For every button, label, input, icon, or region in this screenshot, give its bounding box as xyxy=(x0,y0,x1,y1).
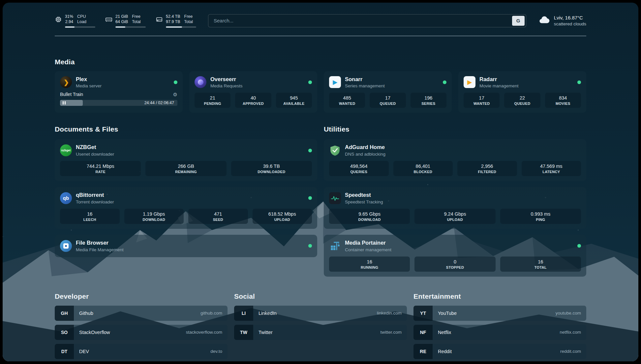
weather-widget: Lviv, 16.87°C scattered clouds xyxy=(538,14,586,27)
section-title-media: Media xyxy=(55,58,586,66)
bookmark-youtube[interactable]: YT YouTube youtube.com xyxy=(413,306,586,321)
nzbget-card[interactable]: nzbget NZBGet Usenet downloader 744.21 M… xyxy=(55,139,317,181)
stat-queries: 498,564QUERIES xyxy=(329,161,389,176)
stat-upload: 9.24 GbpsUPLOAD xyxy=(414,209,495,224)
qbittorrent-card[interactable]: qb qBittorrent Torrent downloader 16LEEC… xyxy=(55,187,317,229)
cpu-widget: 31% 2.94 CPU Load xyxy=(55,14,95,28)
stat-blocked: 86,401BLOCKED xyxy=(393,161,453,176)
speedtest-card[interactable]: Speedtest Speedtest Tracking 9.65 GbpsDO… xyxy=(324,187,586,229)
radarr-icon: ▶ xyxy=(464,76,475,88)
bookmark-reddit[interactable]: RE Reddit reddit.com xyxy=(413,344,586,359)
stat-upload: 618.52 MbpsUPLOAD xyxy=(253,209,312,224)
stat-latency: 47.569 msLATENCY xyxy=(522,161,581,176)
search-provider-button[interactable]: G xyxy=(512,16,525,26)
stat-wanted: 485WANTED xyxy=(329,93,365,108)
disk-label-2: Total xyxy=(184,19,193,24)
status-dot xyxy=(443,80,446,84)
service-name: AdGuard Home xyxy=(345,144,385,151)
plex-card[interactable]: ❯ Plex Media server Bullet Train ⚙ xyxy=(55,71,183,113)
disk-widget: 52.4 TB 97.9 TB Free Total xyxy=(156,14,196,28)
header-divider xyxy=(55,36,586,36)
filebrowser-icon xyxy=(60,240,72,252)
memory-label-2: Total xyxy=(132,19,140,24)
bookmark-github[interactable]: GH Github github.com xyxy=(55,306,228,321)
status-dot xyxy=(308,244,312,248)
now-playing-title: Bullet Train xyxy=(60,92,83,97)
dashboard-window: 31% 2.94 CPU Load xyxy=(3,3,638,361)
bookmark-url: twitter.com xyxy=(380,330,402,335)
section-social: Social LI LinkedIn linkedin.com TW Twitt… xyxy=(234,292,407,361)
gear-icon[interactable]: ⚙ xyxy=(173,92,177,97)
bookmark-url: stackoverflow.com xyxy=(186,330,222,335)
status-dot xyxy=(308,196,312,200)
bookmark-dev[interactable]: DT DEV dev.to xyxy=(55,344,228,359)
bookmark-stackoverflow[interactable]: SO StackOverflow stackoverflow.com xyxy=(55,325,228,340)
weather-condition: scattered clouds xyxy=(554,21,586,27)
memory-free: 21 GiB xyxy=(115,14,128,19)
section-title-developer: Developer xyxy=(55,292,228,300)
disk-total: 97.9 TB xyxy=(166,19,180,24)
stat-approved: 40APPROVED xyxy=(235,93,271,108)
disk-label-1: Free xyxy=(184,14,193,19)
section-title-entertainment: Entertainment xyxy=(413,292,586,300)
qbittorrent-icon: qb xyxy=(60,192,72,204)
section-utilities: Utilities AdGuard Home xyxy=(324,125,586,276)
filebrowser-card[interactable]: File Browser Media File Management xyxy=(55,235,317,257)
service-subtitle: Media File Management xyxy=(76,247,124,252)
stat-pending: 21PENDING xyxy=(195,93,230,108)
section-entertainment: Entertainment YT YouTube youtube.com NF … xyxy=(413,292,586,361)
overseerr-card[interactable]: Overseerr Media Requests 21PENDING 40APP… xyxy=(189,71,317,113)
service-subtitle: Usenet downloader xyxy=(76,152,114,157)
service-subtitle: Container management xyxy=(345,247,391,252)
section-media: Media ❯ Plex Media server Bullet Train ⚙ xyxy=(55,58,586,113)
section-documents: Documents & Files nzbget NZBGet Usenet d… xyxy=(55,125,317,276)
stat-download: 9.65 GbpsDOWNLOAD xyxy=(329,209,410,224)
search-input[interactable] xyxy=(208,14,526,27)
service-subtitle: Speedtest Tracking xyxy=(345,199,383,204)
playback-time: 24:44 / 02:06:47 xyxy=(144,101,177,105)
service-name: NZBGet xyxy=(76,144,114,151)
sonarr-icon: ▶ xyxy=(329,76,341,88)
bookmark-url: netflix.com xyxy=(560,330,581,335)
stat-movies: 834MOVIES xyxy=(545,93,581,108)
service-name: Radarr xyxy=(479,76,519,83)
disk-free: 52.4 TB xyxy=(166,14,180,19)
memory-total: 64 GiB xyxy=(115,19,128,24)
cpu-percent: 31% xyxy=(65,14,73,19)
bookmark-name: StackOverflow xyxy=(79,330,110,335)
bookmark-netflix[interactable]: NF Netflix netflix.com xyxy=(413,325,586,340)
bookmark-abbr: TW xyxy=(234,325,253,340)
top-bar: 31% 2.94 CPU Load xyxy=(55,14,586,28)
radarr-card[interactable]: ▶ Radarr Movie management 17WANTED 22QUE… xyxy=(458,71,586,113)
bookmark-url: linkedin.com xyxy=(377,311,402,316)
cpu-icon xyxy=(55,16,62,23)
service-subtitle: Movie management xyxy=(479,83,519,88)
memory-icon xyxy=(105,16,112,23)
adguard-card[interactable]: AdGuard Home DNS and adblocking 498,564Q… xyxy=(324,139,586,181)
disk-usage-bar xyxy=(166,26,196,28)
stat-rate: 744.21 MbpsRATE xyxy=(60,161,141,176)
sonarr-card[interactable]: ▶ Sonarr Series management 485WANTED 17Q… xyxy=(324,71,452,113)
plex-progress-bar[interactable]: 24:44 / 02:06:47 xyxy=(60,100,177,106)
bookmark-name: YouTube xyxy=(438,311,457,316)
bookmark-abbr: DT xyxy=(55,344,74,359)
bookmark-url: github.com xyxy=(200,311,222,316)
search-bar: G xyxy=(208,14,526,27)
service-name: Plex xyxy=(76,76,102,83)
portainer-card[interactable]: Media Portainer Container management 16R… xyxy=(324,235,586,277)
bookmark-abbr: YT xyxy=(413,306,433,321)
bookmark-linkedin[interactable]: LI LinkedIn linkedin.com xyxy=(234,306,407,321)
pause-button[interactable] xyxy=(63,101,66,105)
memory-usage-bar xyxy=(115,26,146,28)
stat-remaining: 266 GBREMAINING xyxy=(145,161,226,176)
bookmark-twitter[interactable]: TW Twitter twitter.com xyxy=(234,325,407,340)
stat-ping: 0.993 msPING xyxy=(500,209,581,224)
service-name: Sonarr xyxy=(345,76,385,83)
service-name: Speedtest xyxy=(345,192,383,198)
bookmark-abbr: NF xyxy=(413,325,433,340)
stat-seed: 471SEED xyxy=(188,209,248,224)
stat-series: 196SERIES xyxy=(411,93,446,108)
bookmark-name: Github xyxy=(79,311,93,316)
bookmark-name: Netflix xyxy=(438,330,451,335)
bookmark-abbr: GH xyxy=(55,306,74,321)
